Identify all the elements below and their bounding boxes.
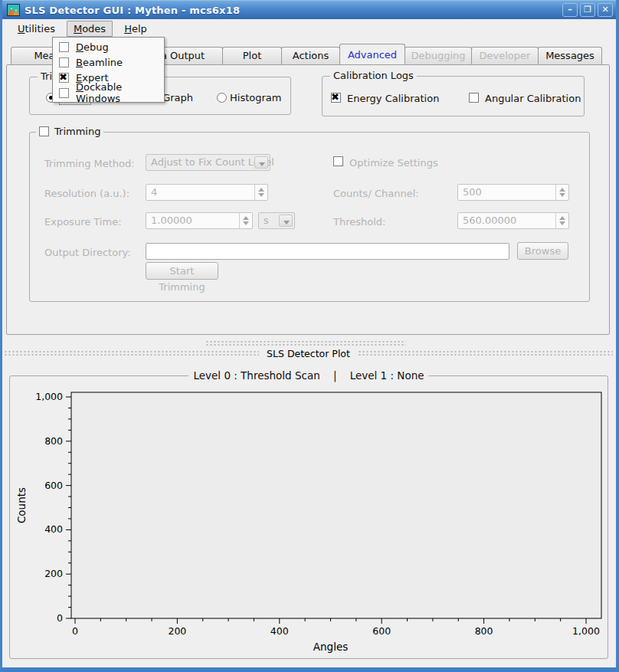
resolution-spinbox[interactable]: 4 [146, 184, 268, 201]
unchecked-checkbox-icon [59, 42, 69, 52]
svg-text:1,000: 1,000 [35, 391, 63, 402]
tab-messages[interactable]: Messages [538, 47, 602, 64]
chevron-down-icon [279, 215, 293, 227]
resolution-value: 4 [151, 186, 157, 198]
plot-dock-title: SLS Detector Plot [267, 348, 350, 359]
title-bar[interactable]: SLS Detector GUI : Mythen - mcs6x18 – ❐ … [2, 0, 616, 19]
optimize-settings-label: Optimize Settings [349, 157, 438, 169]
dock-texture [4, 350, 259, 356]
svg-text:Angles: Angles [313, 641, 348, 653]
optimize-settings-checkbox[interactable] [333, 156, 343, 166]
menu-item-beamline[interactable]: Beamline [53, 54, 164, 70]
spin-down-icon[interactable] [559, 221, 565, 225]
radio-histogram[interactable] [217, 93, 227, 103]
svg-text:400: 400 [44, 523, 63, 535]
tab-debugging: Debugging [404, 47, 472, 64]
threshold-spinbox[interactable]: 560.00000 [457, 212, 569, 229]
menubar-item-utilities[interactable]: Utilities [11, 21, 62, 37]
checkbox-label-angular-calibration[interactable]: Angular Calibration [485, 93, 581, 104]
svg-text:0: 0 [57, 612, 63, 624]
svg-text:0: 0 [72, 625, 78, 637]
checkbox-angular-calibration[interactable] [469, 93, 479, 103]
menu-item-label: Beamline [76, 57, 123, 68]
svg-text:200: 200 [168, 625, 186, 637]
main-area: UtilitiesModesHelp MeasurementData Outpu… [2, 19, 616, 667]
counts-channel-value: 500 [463, 186, 482, 198]
trimming-method-combobox[interactable]: Adjust to Fix Count Level [146, 154, 270, 171]
plot-group: Level 0 : Threshold Scan | Level 1 : Non… [9, 375, 608, 659]
start-trimming-button[interactable]: Start Trimming [146, 262, 218, 280]
svg-text:600: 600 [372, 625, 391, 637]
output-directory-label: Output Directory: [44, 247, 131, 258]
svg-text:200: 200 [44, 568, 63, 579]
browse-button[interactable]: Browse [517, 242, 568, 260]
output-directory-field[interactable] [146, 243, 509, 260]
close-button[interactable]: ✕ [598, 3, 613, 17]
dock-texture [358, 350, 613, 356]
spin-up-icon[interactable] [559, 216, 565, 220]
svg-text:600: 600 [44, 480, 63, 491]
spin-down-icon[interactable] [243, 221, 249, 225]
application-window: SLS Detector GUI : Mythen - mcs6x18 – ❐ … [0, 0, 619, 672]
resolution-label: Resolution (a.u.): [44, 188, 129, 199]
trimming-group-title: Trimming [54, 126, 100, 137]
svg-text:800: 800 [44, 435, 63, 447]
splitter-handle[interactable] [205, 340, 406, 346]
radio-label-histogram[interactable]: Histogram [230, 92, 281, 103]
spin-up-icon[interactable] [243, 216, 249, 220]
plot-dock-titlebar[interactable]: SLS Detector Plot [4, 348, 613, 359]
tab-developer: Developer [471, 47, 539, 64]
sls-detector-plot: 02004006008001,00002004006008001,000Angl… [10, 379, 609, 658]
trimming-method-label: Trimming Method: [44, 158, 135, 169]
calibration-logs-group-title: Calibration Logs [330, 70, 417, 81]
menu-item-debug[interactable]: Debug [53, 39, 164, 54]
exposure-time-spinbox[interactable]: 1.00000 [146, 212, 253, 229]
tab-plot[interactable]: Plot [222, 47, 282, 64]
menu-item-dockable-windows[interactable]: Dockable Windows [53, 85, 164, 100]
checkbox-energy-calibration[interactable] [331, 93, 341, 103]
window-title: SLS Detector GUI : Mythen - mcs6x18 [25, 5, 240, 16]
exposure-unit-combobox[interactable]: s [258, 212, 295, 229]
exposure-unit-value: s [264, 215, 269, 226]
maximize-button[interactable]: ❐ [580, 3, 595, 17]
svg-text:400: 400 [270, 625, 289, 637]
spin-up-icon[interactable] [258, 188, 264, 192]
unchecked-checkbox-icon [59, 57, 69, 67]
chevron-down-icon [254, 156, 268, 169]
exposure-time-value: 1.00000 [151, 215, 192, 226]
threshold-label: Threshold: [333, 216, 385, 228]
tab-actions[interactable]: Actions [281, 47, 340, 64]
spin-down-icon[interactable] [559, 193, 565, 197]
svg-text:Counts: Counts [15, 487, 28, 523]
checkbox-label-energy-calibration[interactable]: Energy Calibration [347, 93, 439, 104]
counts-channel-label: Counts/ Channel: [333, 188, 419, 199]
menu-item-label: Dockable Windows [76, 81, 159, 104]
menubar-item-modes[interactable]: Modes [67, 21, 113, 37]
threshold-value: 560.00000 [463, 215, 516, 226]
app-mountain-icon [7, 4, 20, 16]
counts-channel-spinbox[interactable]: 500 [457, 184, 569, 201]
trimming-group-checkbox[interactable] [39, 126, 49, 136]
modes-menu: DebugBeamlineExpertDockable Windows [52, 37, 165, 103]
minimize-button[interactable]: – [562, 3, 578, 17]
spin-up-icon[interactable] [559, 188, 565, 192]
tab-advanced[interactable]: Advanced [339, 44, 405, 64]
exposure-time-label: Exposure Time: [44, 216, 122, 228]
svg-text:800: 800 [475, 625, 493, 637]
checked-checkbox-icon [59, 73, 69, 83]
menu-bar: UtilitiesModesHelp [2, 19, 616, 38]
unchecked-checkbox-icon [59, 88, 69, 98]
menubar-item-help[interactable]: Help [117, 21, 154, 37]
menu-item-label: Debug [76, 41, 109, 53]
spin-down-icon[interactable] [258, 193, 264, 197]
svg-text:1,000: 1,000 [572, 625, 600, 637]
